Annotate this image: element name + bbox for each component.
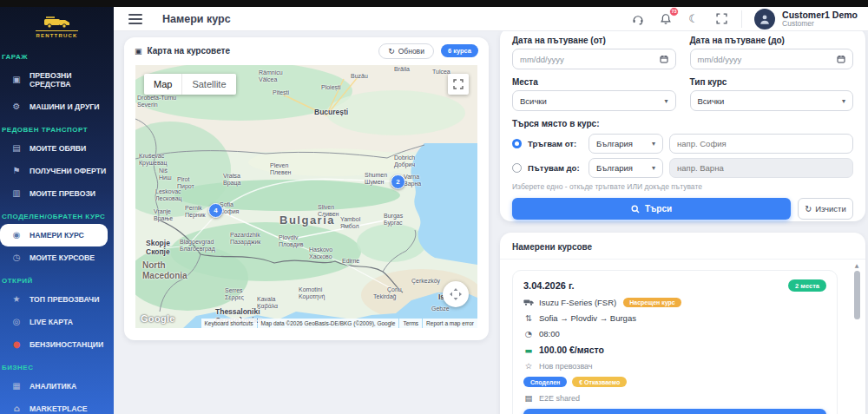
app-logo[interactable]: RENTTRUCK [0,7,114,43]
map-label: Kruševac Крушевац [139,153,167,168]
satellite-view-button[interactable]: Satellite [181,74,235,95]
map-attribution: Keyboard shortcuts Map data ©2026 GeoBas… [201,319,477,328]
map-label: Pleven Плевен [270,162,291,177]
sidebar-entry-label: ТОП ПРЕВОЗВАЧИ [30,295,99,304]
destination-city-input[interactable] [669,158,853,178]
sidebar-entry[interactable]: ⚑ ПОЛУЧЕНИ ОФЕРТИ [0,160,114,182]
map-panel-title: Карта на курсовете [148,46,231,56]
map-label: Shumen Шумен [365,172,387,187]
course-vehicle: Isuzu F-Series (FSR) [539,298,616,307]
map-cluster-marker[interactable]: 4 [208,203,223,218]
map-label: Brăila [394,66,410,73]
map-label: Tekirdağ [373,293,396,300]
document-icon: ▤ [523,393,534,403]
refresh-button[interactable]: ↻ Обнови [378,43,434,59]
sidebar-entry-label: АНАЛИТИКА [30,382,76,391]
sidebar-entry[interactable]: БИЗНЕС [0,356,114,375]
depart-from-radio[interactable] [512,139,522,148]
date-to-input[interactable]: mm/dd/yyyy [690,49,854,69]
date-to-label: Дата на пътуване (до) [690,36,854,45]
sidebar-entry-label: МАШИНИ И ДРУГИ [30,102,100,111]
map-fullscreen-button[interactable] [448,74,469,95]
sidebar-entry[interactable]: ⌂ MARKETPLACE [0,398,114,414]
sidebar-entry-label: МОИТЕ ОБЯВИ [30,144,86,153]
map-attribution-link[interactable]: Map data ©2026 GeoBasis-DE/BKG (©2009), … [258,319,399,328]
map-label: Buzău [351,73,368,80]
support-headset-icon[interactable] [630,11,646,27]
scroll-up-arrow[interactable]: ▲ [852,262,861,268]
date-from-label: Дата на пътуване (от) [512,36,676,45]
user-avatar [754,9,775,30]
search-button[interactable]: Търси [512,198,791,220]
map-label: Serres Σέρρες [225,287,244,302]
map-label: Blagoevgrad Благоевград [180,239,215,253]
sidebar-entry[interactable]: РЕДОВЕН ТРАНСПОРТ [0,118,114,137]
destination-country-select[interactable]: България ▾ [589,158,663,178]
sidebar-entry[interactable]: ◉ НАМЕРИ КУРС [0,224,108,246]
user-menu[interactable]: Customer1 Demo Customer [754,9,858,30]
map-label: Varna Варна [404,174,421,188]
depart-from-row: Тръгвам от: България ▾ [512,134,853,154]
date-from-input[interactable]: mm/dd/yyyy [512,49,676,69]
results-panel: Намерени курсове 3.04.2026 г. 2 места Is… [500,233,865,414]
vehicle-type-badge: Насрещен курс [623,298,681,307]
map-label: Gebze [431,306,450,312]
map-cluster-marker[interactable]: 2 [391,174,405,189]
sidebar-entry[interactable]: ОТКРИЙ [0,269,114,288]
scrollbar-thumb[interactable] [854,271,860,319]
map-view-button[interactable]: Map [144,74,181,95]
map-attribution-link[interactable]: Report a map error [423,319,477,328]
course-type-select[interactable]: Всички ▾ [690,90,854,111]
course-count-badge: 6 курса [441,44,478,57]
notifications-bell-icon[interactable]: 73 [658,11,674,27]
sidebar-entry[interactable]: ⚙ МАШИНИ И ДРУГИ [0,95,114,118]
results-scrollbar[interactable]: ▲ [852,262,861,414]
map-panel: ▣ Карта на курсовете ↻ Обнови 6 курса [124,37,489,340]
sidebar-entry-label: MARKETPLACE [30,404,88,413]
sidebar-entry[interactable]: ▦ АНАЛИТИКА [0,375,114,398]
results-list: 3.04.2026 г. 2 места Isuzu F-Series (FSR… [500,260,865,414]
seats-select[interactable]: Всички ▾ [512,90,676,111]
fullscreen-corners-icon [453,79,464,89]
money-icon: ▬ [523,345,534,355]
user-name: Customer1 Demo [782,10,858,20]
sidebar-entry-label: ГАРАЖ [2,53,28,61]
travel-to-radio[interactable] [512,163,522,173]
top-black-strip [0,0,868,7]
depart-country-select[interactable]: България ▾ [589,134,663,154]
map-panel-icon: ▣ [135,47,142,56]
google-map[interactable]: Drobeta-Turnu Severin Târgu Jiu Râmnicu … [135,65,477,328]
course-card: 3.04.2026 г. 2 места Isuzu F-Series (FSR… [512,270,838,414]
depart-city-input[interactable] [669,134,853,154]
dark-mode-moon-icon[interactable]: ☾ [686,11,701,27]
sidebar-entry-label: LIVE КАРТА [30,318,73,326]
sidebar-entry[interactable]: ▥ МОИТЕ ПРЕВОЗИ [0,182,114,205]
map-attribution-link[interactable]: Keyboard shortcuts [201,319,257,328]
truck-icon [523,299,534,306]
map-label: Haskovo Хасково [309,246,332,261]
star-icon: ☆ [523,361,534,371]
chevron-down-icon: ▾ [842,97,845,105]
sidebar-entry[interactable]: ◷ МОИТЕ КУРСОВЕ [0,246,114,269]
map-attribution-link[interactable]: Terms [399,319,422,328]
map-pan-control[interactable] [443,281,469,307]
map-label: Leskovac Лесковац [155,188,182,203]
sidebar-entry[interactable]: СПОДЕЛЕН/ОБРАТЕН КУРС [0,205,114,224]
fullscreen-icon[interactable] [713,11,729,27]
topbar: Намери курс 73 ☾ [114,7,868,31]
sidebar-entry[interactable]: ГАРАЖ [0,45,114,64]
sidebar-entry[interactable]: ▤ МОИТЕ ОБЯВИ [0,137,114,160]
topbar-divider [741,10,742,28]
chevron-down-icon: ▾ [664,97,667,105]
hamburger-menu-icon[interactable] [128,11,142,27]
sidebar-entry[interactable]: ● БЕНЗИНОСТАНЦИИ [0,333,114,356]
search-hint-text: Изберете едно - откъде тръгвате ИЛИ докъ… [512,182,853,191]
sidebar-entry[interactable]: ▣ ПРЕВОЗНИ СРЕДСТВА [0,64,114,95]
search-section-label: Търся място в курс: [512,119,853,128]
map-label: Edirne [342,258,359,265]
sidebar-entry[interactable]: ★ ТОП ПРЕВОЗВАЧИ [0,288,114,311]
sidebar-entry[interactable]: ◎ LIVE КАРТА [0,311,114,333]
page-title: Намери курс [162,13,231,25]
clear-button[interactable]: ↻ Изчисти [798,198,853,220]
send-request-button[interactable]: ► Изпрати заявка [523,409,826,414]
